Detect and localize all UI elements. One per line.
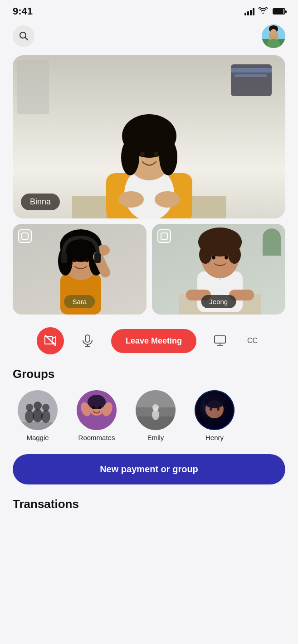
svg-point-64 xyxy=(92,406,95,409)
group-item-emily[interactable]: Emily xyxy=(131,390,181,441)
status-bar: 9:41 xyxy=(0,0,298,21)
group-name-maggie: Maggie xyxy=(26,434,49,441)
status-time: 9:41 xyxy=(13,5,33,17)
profile-avatar-button[interactable] xyxy=(262,24,285,48)
group-name-henry: Henry xyxy=(205,434,224,441)
group-name-roommates: Roommates xyxy=(78,434,115,441)
camera-off-button[interactable] xyxy=(37,327,64,354)
screen-share-button[interactable] xyxy=(206,327,234,354)
groups-list: Maggie Roommat xyxy=(13,390,285,441)
leave-meeting-button[interactable]: Leave Meeting xyxy=(111,329,196,353)
avatar xyxy=(262,24,285,48)
svg-point-75 xyxy=(210,408,212,411)
battery-icon xyxy=(273,8,285,15)
group-item-henry[interactable]: Henry xyxy=(190,390,239,441)
svg-point-52 xyxy=(26,404,33,411)
svg-point-74 xyxy=(205,396,225,408)
svg-point-41 xyxy=(225,256,228,260)
svg-point-56 xyxy=(42,404,49,411)
svg-point-15 xyxy=(121,139,139,175)
svg-rect-4 xyxy=(262,39,285,48)
controls-section: Leave Meeting CC xyxy=(0,315,298,363)
svg-point-69 xyxy=(152,409,159,420)
svg-rect-32 xyxy=(94,253,101,263)
group-avatar-henry xyxy=(195,390,234,430)
svg-point-39 xyxy=(228,246,241,264)
jeong-name-badge: Jeong xyxy=(201,295,236,308)
expand-icon-jeong[interactable] xyxy=(157,229,171,243)
sara-name-badge: Sara xyxy=(64,295,95,308)
svg-point-20 xyxy=(155,191,180,208)
binna-name-badge: Binna xyxy=(21,194,60,210)
svg-point-57 xyxy=(41,410,50,423)
svg-point-65 xyxy=(98,406,102,409)
svg-point-7 xyxy=(269,25,278,33)
group-item-roommates[interactable]: Roommates xyxy=(72,390,122,441)
svg-point-53 xyxy=(25,410,34,423)
svg-point-40 xyxy=(212,256,215,260)
microphone-icon xyxy=(81,334,94,349)
microphone-button[interactable] xyxy=(74,327,101,354)
svg-point-27 xyxy=(73,258,76,262)
svg-point-76 xyxy=(217,408,220,411)
svg-rect-58 xyxy=(18,422,58,430)
svg-point-16 xyxy=(159,139,177,175)
group-name-emily: Emily xyxy=(147,434,164,441)
groups-title: Groups xyxy=(13,367,285,381)
svg-rect-70 xyxy=(136,390,176,407)
new-payment-button[interactable]: New payment or group xyxy=(13,454,285,484)
svg-rect-48 xyxy=(215,336,225,343)
secondary-videos: Sara xyxy=(13,224,285,315)
svg-point-19 xyxy=(118,191,144,208)
svg-point-28 xyxy=(85,258,89,262)
header xyxy=(0,21,298,55)
svg-point-61 xyxy=(88,395,106,409)
video-thumb-jeong[interactable]: Jeong xyxy=(152,224,286,315)
status-icons xyxy=(244,7,285,16)
svg-point-54 xyxy=(34,402,42,410)
screen-share-icon xyxy=(213,334,227,349)
svg-point-55 xyxy=(33,409,43,422)
binna-figure xyxy=(72,73,226,218)
svg-point-18 xyxy=(154,152,158,157)
transactions-title: Transations xyxy=(13,497,285,511)
group-item-maggie[interactable]: Maggie xyxy=(13,390,63,441)
svg-point-38 xyxy=(199,246,212,264)
svg-line-1 xyxy=(25,37,28,40)
groups-section: Groups xyxy=(0,363,298,450)
expand-icon-sara[interactable] xyxy=(18,229,32,243)
captions-button[interactable]: CC xyxy=(244,333,261,349)
transactions-section: Transations xyxy=(0,497,298,511)
wifi-icon xyxy=(258,7,268,16)
svg-rect-31 xyxy=(61,253,67,263)
group-avatar-emily xyxy=(136,390,176,430)
search-icon xyxy=(19,31,29,42)
svg-point-17 xyxy=(140,152,145,157)
video-thumb-sara[interactable]: Sara xyxy=(13,224,147,315)
group-avatar-maggie xyxy=(18,390,58,430)
group-avatar-roommates xyxy=(77,390,117,430)
video-section: Binna xyxy=(0,55,298,315)
search-button[interactable] xyxy=(13,25,34,47)
camera-off-icon xyxy=(44,334,57,348)
svg-rect-45 xyxy=(85,335,90,342)
main-video-binna[interactable]: Binna xyxy=(13,55,285,218)
signal-icon xyxy=(244,7,254,15)
svg-rect-5 xyxy=(269,33,278,42)
